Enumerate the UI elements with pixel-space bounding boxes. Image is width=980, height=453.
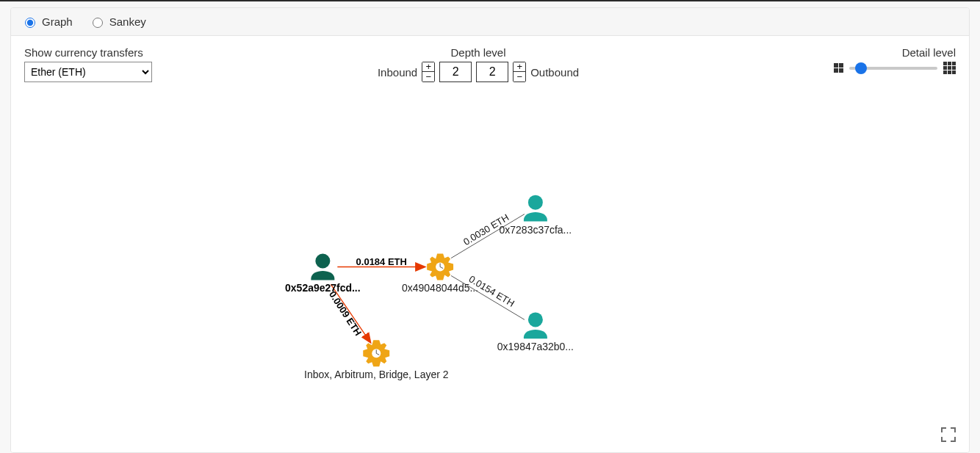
node-user-bottom[interactable]: [524, 312, 547, 338]
control-bar: Show currency transfers Ether (ETH) Dept…: [11, 36, 969, 89]
tab-graph[interactable]: Graph: [21, 15, 73, 28]
detail-slider[interactable]: [849, 67, 937, 70]
inbound-label: Inbound: [378, 66, 417, 79]
grid-large-icon: [943, 62, 956, 74]
tab-graph-label: Graph: [42, 15, 73, 28]
edge-label-e1: 0.0184 ETH: [356, 256, 407, 267]
outbound-minus-button[interactable]: −: [514, 72, 525, 81]
inbound-value[interactable]: [439, 62, 472, 82]
detail-control: Detail level: [834, 46, 956, 74]
node-gear-inbox-label: Inbox, Arbitrum, Bridge, Layer 2: [304, 369, 449, 380]
node-gear-main[interactable]: [427, 254, 453, 280]
node-user-top[interactable]: [524, 195, 547, 222]
tab-sankey[interactable]: Sankey: [89, 15, 146, 28]
inbound-stepper: + −: [422, 62, 435, 82]
edge-label-e2: 0.0009 ETH: [327, 289, 364, 338]
fullscreen-button[interactable]: [940, 426, 957, 443]
radio-sankey[interactable]: [93, 18, 103, 28]
node-center-user-label: 0x52a9e27fcd...: [285, 282, 361, 294]
inbound-minus-button[interactable]: −: [422, 72, 434, 81]
outbound-value[interactable]: [476, 62, 508, 82]
outbound-label: Outbound: [530, 66, 579, 79]
node-user-bottom-label: 0x19847a32b0...: [497, 341, 574, 352]
visualization-panel: Graph Sankey Show currency transfers Eth…: [10, 7, 970, 453]
depth-title: Depth level: [450, 46, 505, 59]
node-gear-main-label: 0x49048044d5...: [402, 282, 478, 294]
graph-canvas[interactable]: 0.0184 ETH 0.0009 ETH 0.0030 ETH 0.0154 …: [11, 89, 969, 452]
view-tabs: Graph Sankey: [11, 8, 969, 36]
edge-gear-to-top[interactable]: [451, 214, 525, 258]
tab-sankey-label: Sankey: [109, 15, 146, 28]
grid-small-icon: [834, 63, 843, 73]
node-center-user[interactable]: [311, 254, 334, 280]
detail-title: Detail level: [902, 46, 956, 59]
node-user-top-label: 0x7283c37cfa...: [500, 224, 572, 236]
outbound-stepper: + −: [513, 62, 526, 82]
radio-graph[interactable]: [25, 18, 35, 28]
node-gear-inbox[interactable]: [363, 340, 389, 366]
depth-control: Depth level Inbound + − + − Outbound: [123, 46, 834, 82]
